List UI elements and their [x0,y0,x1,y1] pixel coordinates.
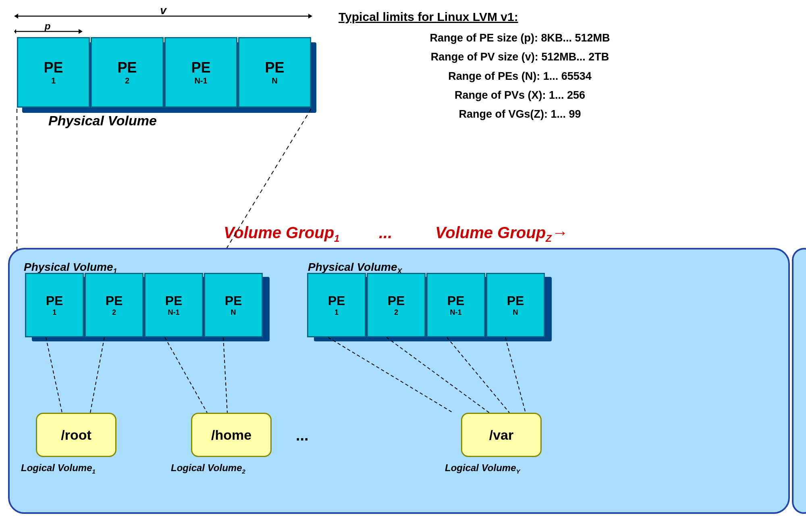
lv-home-box: /home [191,413,272,457]
info-title: Typical limits for Linux LVM v1: [339,10,701,24]
svg-line-10 [46,337,62,413]
svg-line-17 [505,337,526,413]
pv1-blocks: PE1 PE2 PEN-1 PEN [25,273,263,337]
svg-marker-6 [79,29,83,34]
pvx-pe2: PE2 [367,273,426,337]
svg-marker-5 [14,29,16,34]
pe-label-n: PE [265,59,284,76]
physical-volume-label-top: Physical Volume [48,113,157,129]
pe-sub-2: 2 [125,76,129,85]
svg-line-13 [223,337,227,413]
svg-line-15 [386,337,489,413]
info-row-1: Range of PE size (p): 8KB... 512MB [339,29,701,48]
pe-block-n1-top: PE N-1 [164,37,237,108]
info-row-3: Range of PEs (N): 1... 65534 [339,67,701,86]
pe-sub-n: N [272,76,277,85]
lv-var-label: Logical VolumeY [445,462,520,475]
vg-label-1: Volume Group1 [224,224,339,244]
info-row-5: Range of VGs(Z): 1... 99 [339,105,701,124]
vg-label-z: Volume GroupZ→ [435,224,568,244]
top-pe-row: PE 1 PE 2 PE N-1 PE N [17,37,311,108]
svg-line-12 [165,337,207,413]
pe-label-1: PE [44,59,63,76]
pe-block-2-top: PE 2 [91,37,164,108]
pvx-pe-n: PEN [486,273,545,337]
info-box: Typical limits for Linux LVM v1: Range o… [339,10,701,124]
pe-label-n1: PE [191,59,210,76]
vg-partial-right [792,248,806,514]
pe-sub-1: 1 [51,76,56,85]
svg-marker-1 [14,14,18,19]
pvx-pe1: PE1 [307,273,366,337]
pv1-pe-n: PEN [204,273,263,337]
svg-line-14 [328,337,453,413]
pv1-pe-n1: PEN-1 [144,273,203,337]
pvx-blocks: PE1 PE2 PEN-1 PEN [307,273,545,337]
lv-var-box: /var [461,413,542,457]
svg-line-11 [90,337,104,413]
info-row-2: Range of PV size (v): 512MB... 2TB [339,48,701,66]
pe-sub-n1: N-1 [194,76,207,85]
pe-block-n-top: PE N [238,37,311,108]
vg-dots: ... [379,224,392,242]
lv-dots: ... [296,427,309,444]
lv-home-label: Logical Volume2 [171,462,245,475]
svg-text:p: p [44,21,51,31]
svg-text:v: v [160,4,167,17]
pvx-pe-n1: PEN-1 [426,273,485,337]
svg-marker-2 [308,14,312,19]
info-row-4: Range of PVs (X): 1... 256 [339,86,701,105]
lv-root-box: /root [36,413,116,457]
info-rows: Range of PE size (p): 8KB... 512MB Range… [339,29,701,124]
main-container: v p PE 1 PE 2 PE N-1 PE N Phys [0,0,806,532]
pv1-pe2: PE2 [85,273,143,337]
svg-line-16 [447,337,509,413]
pe-label-2: PE [117,59,137,76]
lv-root-label: Logical Volume1 [21,462,96,475]
vg-container: Physical Volume1 PE1 PE2 PEN-1 PEN Physi… [8,248,790,514]
pv1-pe1: PE1 [25,273,84,337]
pe-block-1-top: PE 1 [17,37,90,108]
